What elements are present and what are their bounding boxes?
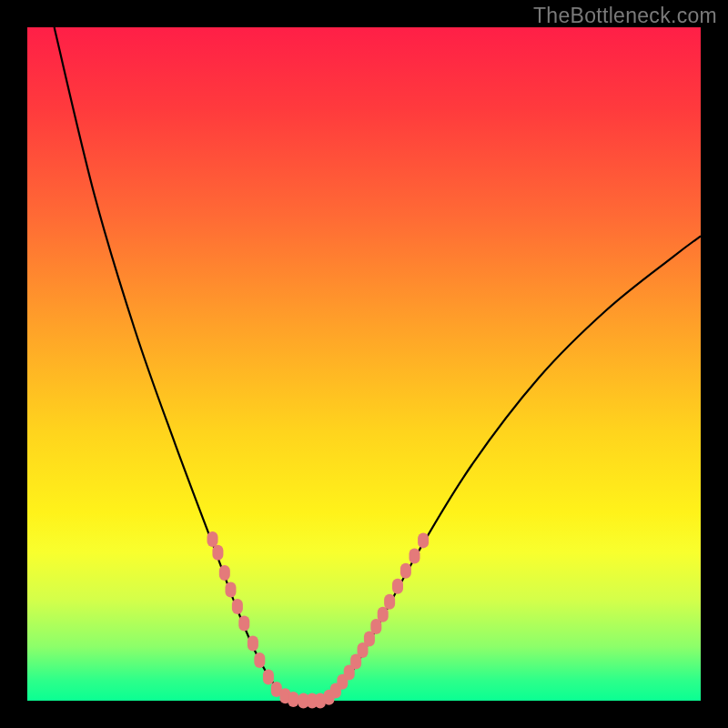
highlight-dot [384,594,395,610]
plot-area [27,27,701,701]
highlight-dot [212,545,223,561]
highlight-dot [400,563,411,579]
highlight-dots-right [324,532,430,704]
highlight-dot [238,615,249,631]
highlight-dot [248,636,258,652]
highlight-dot [219,565,230,581]
highlight-dots-left [207,531,326,709]
highlight-dot [232,599,243,614]
highlight-dot [378,607,389,622]
highlight-dot [410,548,420,563]
highlight-dot [392,579,403,594]
highlight-dot [418,532,429,548]
highlight-dot [207,531,218,547]
curve-svg [27,27,701,701]
highlight-dot [254,652,265,668]
left-curve-path [55,27,297,701]
watermark-text: TheBottleneck.com [533,4,717,28]
highlight-dot [263,670,274,685]
highlight-dot [225,581,236,597]
highlight-dot [288,692,298,707]
